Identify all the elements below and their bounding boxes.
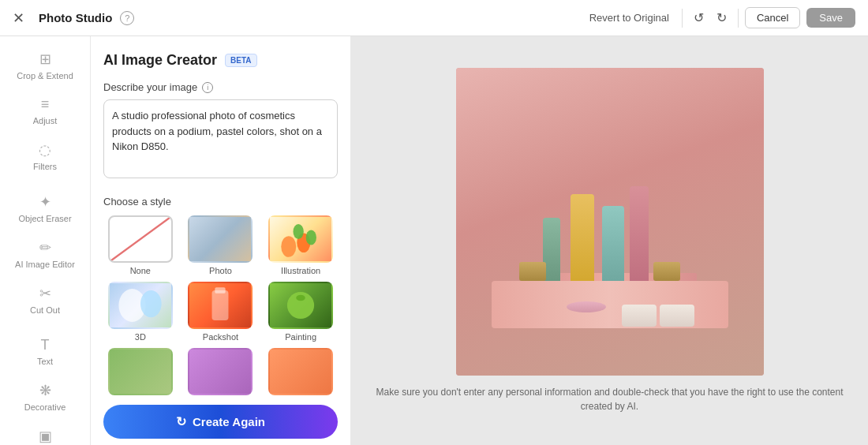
style-name-none: None xyxy=(130,266,151,275)
sidebar-item-filters[interactable]: ◌ Filters xyxy=(0,133,90,179)
save-button[interactable]: Save xyxy=(806,8,855,28)
sidebar-label-ai-image-editor: AI Image Editor xyxy=(15,260,75,269)
describe-textarea[interactable]: A studio professional photo of cosmetics… xyxy=(103,99,338,178)
panel-title-row: AI Image Creator BETA xyxy=(103,52,338,69)
main-content: ⊞ Crop & Extend ≡ Adjust ◌ Filters ✦ Obj… xyxy=(0,36,868,445)
sidebar-label-cut-out: Cut Out xyxy=(30,305,60,315)
sidebar-label-text: Text xyxy=(37,357,53,366)
jar2 xyxy=(653,262,680,281)
style-item-illustration[interactable]: Illustration xyxy=(264,215,338,275)
overlays-icon: ▣ xyxy=(39,428,52,445)
sidebar-label-adjust: Adjust xyxy=(33,116,58,125)
jar1 xyxy=(519,262,546,281)
sidebar-item-adjust[interactable]: ≡ Adjust xyxy=(0,88,90,133)
help-icon[interactable]: ? xyxy=(120,11,134,25)
undo-redo-group: ↺ ↻ xyxy=(689,7,731,28)
undo-button[interactable]: ↺ xyxy=(689,7,709,28)
style-thumb-photo[interactable] xyxy=(188,215,253,263)
style-name-photo: Photo xyxy=(209,266,232,275)
sidebar-item-overlays[interactable]: ▣ Overlays xyxy=(0,420,90,445)
svg-point-10 xyxy=(296,295,305,301)
describe-label: Describe your image i xyxy=(103,81,338,93)
cream-jar1 xyxy=(622,305,657,327)
sidebar: ⊞ Crop & Extend ≡ Adjust ◌ Filters ✦ Obj… xyxy=(0,36,91,445)
style-item-row3b[interactable] xyxy=(184,348,258,398)
style-name-3d: 3D xyxy=(135,332,146,342)
cut-out-icon: ✂ xyxy=(39,285,51,302)
style-item-3d[interactable]: 3D xyxy=(103,282,178,342)
sidebar-item-crop[interactable]: ⊞ Crop & Extend xyxy=(0,43,90,88)
sidebar-item-ai-image-editor[interactable]: ✏ AI Image Editor xyxy=(0,231,90,277)
create-label: Create Again xyxy=(193,415,265,428)
sidebar-label-crop: Crop & Extend xyxy=(17,71,73,80)
cream-jar2 xyxy=(660,305,694,327)
ai-image-creator-panel: AI Image Creator BETA Describe your imag… xyxy=(91,36,351,445)
style-thumb-row3a[interactable] xyxy=(108,348,173,395)
bottle4 xyxy=(630,186,649,281)
ai-image-editor-icon: ✏ xyxy=(39,239,51,256)
bottle2 xyxy=(571,194,594,281)
topbar-left: ✕ Photo Studio ? xyxy=(13,9,134,27)
filters-icon: ◌ xyxy=(39,141,51,159)
divider2 xyxy=(738,9,739,28)
style-thumb-3d[interactable] xyxy=(108,282,173,329)
close-button[interactable]: ✕ xyxy=(13,9,24,27)
style-item-packshot[interactable]: Packshot xyxy=(184,282,258,342)
sidebar-item-cut-out[interactable]: ✂ Cut Out xyxy=(0,277,90,323)
canvas-area: Make sure you don't enter any personal i… xyxy=(351,36,868,445)
topbar-right: Revert to Original ↺ ↻ Cancel Save xyxy=(583,7,855,28)
style-thumb-illustration[interactable] xyxy=(268,215,333,263)
style-item-photo[interactable]: Photo xyxy=(184,215,258,275)
redo-button[interactable]: ↻ xyxy=(712,7,731,28)
style-thumb-row3c[interactable] xyxy=(268,348,333,395)
style-label: Choose a style xyxy=(103,196,338,208)
style-item-painting[interactable]: Painting xyxy=(264,282,338,342)
topbar: ✕ Photo Studio ? Revert to Original ↺ ↻ … xyxy=(0,0,868,36)
svg-point-4 xyxy=(306,230,316,245)
style-item-row3c[interactable] xyxy=(264,348,338,398)
text-icon: T xyxy=(41,337,50,353)
svg-line-0 xyxy=(110,217,171,261)
crop-icon: ⊞ xyxy=(39,50,51,68)
create-icon: ↻ xyxy=(176,414,186,429)
style-thumb-row3b[interactable] xyxy=(188,348,253,395)
style-grid: None Photo Illustration xyxy=(103,215,338,398)
page-title: Photo Studio xyxy=(39,11,112,24)
create-again-button[interactable]: ↻ Create Again xyxy=(103,405,338,439)
object-eraser-icon: ✦ xyxy=(39,193,51,211)
svg-point-3 xyxy=(294,224,304,239)
canvas-caption: Make sure you don't enter any personal i… xyxy=(373,385,847,413)
describe-info-icon[interactable]: i xyxy=(202,82,213,93)
style-name-illustration: Illustration xyxy=(281,266,320,275)
sidebar-item-decorative[interactable]: ❋ Decorative xyxy=(0,374,90,420)
style-name-painting: Painting xyxy=(285,332,316,342)
svg-rect-7 xyxy=(212,290,229,320)
svg-point-6 xyxy=(140,290,162,317)
style-name-packshot: Packshot xyxy=(203,332,238,342)
sidebar-item-object-eraser[interactable]: ✦ Object Eraser xyxy=(0,185,90,231)
beta-badge: BETA xyxy=(225,54,256,67)
style-item-none[interactable]: None xyxy=(103,215,178,275)
sidebar-item-text[interactable]: T Text xyxy=(0,329,90,374)
adjust-icon: ≡ xyxy=(41,96,50,113)
divider xyxy=(682,9,683,28)
canvas-image xyxy=(456,68,764,376)
sidebar-label-filters: Filters xyxy=(33,162,57,171)
svg-point-1 xyxy=(281,236,296,257)
round-dish xyxy=(567,301,606,312)
panel-title: AI Image Creator xyxy=(103,52,217,69)
sidebar-label-object-eraser: Object Eraser xyxy=(18,214,71,223)
decorative-icon: ❋ xyxy=(39,382,51,399)
style-thumb-painting[interactable] xyxy=(268,282,333,329)
sidebar-label-decorative: Decorative xyxy=(24,402,66,412)
cosmetics-scene xyxy=(456,68,764,376)
bottle3 xyxy=(602,206,624,281)
style-thumb-none[interactable] xyxy=(108,215,173,263)
style-item-row3a[interactable] xyxy=(103,348,178,398)
revert-button[interactable]: Revert to Original xyxy=(583,9,675,27)
svg-rect-8 xyxy=(215,287,226,294)
cancel-button[interactable]: Cancel xyxy=(745,7,800,28)
style-thumb-packshot[interactable] xyxy=(188,282,253,329)
